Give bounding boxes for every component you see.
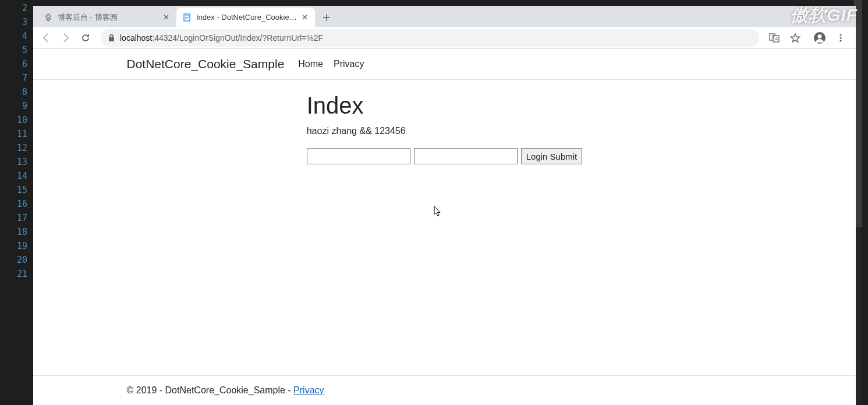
line-number: 10 xyxy=(0,113,33,127)
line-number: 19 xyxy=(0,239,33,253)
page-title: Index xyxy=(307,93,583,119)
line-number: 7 xyxy=(0,71,33,85)
editor-gutter: 2 3 4 5 6 7 8 9 10 11 12 13 14 15 16 17 … xyxy=(0,0,33,405)
site-navbar: DotNetCore_Cookie_Sample Home Privacy xyxy=(33,49,856,80)
line-number: 15 xyxy=(0,183,33,197)
lock-icon xyxy=(108,34,115,42)
line-number: 13 xyxy=(0,155,33,169)
footer-copyright: © 2019 - DotNetCore_Cookie_Sample - xyxy=(127,385,294,395)
menu-icon[interactable] xyxy=(832,30,849,46)
line-number: 18 xyxy=(0,225,33,239)
forward-button[interactable] xyxy=(58,30,74,46)
line-number: 12 xyxy=(0,141,33,155)
line-number: 9 xyxy=(0,99,33,113)
svg-point-13 xyxy=(839,40,841,41)
password-input[interactable] xyxy=(414,148,518,164)
line-number: 3 xyxy=(0,15,33,29)
line-number: 2 xyxy=(0,1,33,15)
tab-favicon-icon xyxy=(182,13,192,22)
url-host: localhost xyxy=(120,33,152,43)
line-number: 8 xyxy=(0,85,33,99)
profile-icon[interactable] xyxy=(812,30,828,46)
address-bar[interactable]: localhost:44324/LoginOrSignOut/Index/?Re… xyxy=(101,29,759,47)
line-number: 5 xyxy=(0,43,33,57)
nav-link-privacy[interactable]: Privacy xyxy=(334,59,364,69)
line-number: 21 xyxy=(0,267,33,281)
login-submit-button[interactable]: Login Submit xyxy=(521,148,583,164)
line-number: 20 xyxy=(0,253,33,267)
tab-strip: 博客后台 - 博客园 Index - DotNetCore_Cookie_S..… xyxy=(33,6,856,27)
close-icon[interactable] xyxy=(161,13,171,22)
main-body: Index haozi zhang && 123456 Login Submit xyxy=(299,80,591,164)
footer-privacy-link[interactable]: Privacy xyxy=(293,385,324,395)
page-content: DotNetCore_Cookie_Sample Home Privacy In… xyxy=(33,49,856,405)
tab-inactive[interactable]: 博客后台 - 博客园 xyxy=(38,8,176,27)
reload-button[interactable] xyxy=(77,30,94,46)
svg-text:A: A xyxy=(775,37,778,41)
svg-point-11 xyxy=(839,34,841,36)
page-footer: © 2019 - DotNetCore_Cookie_Sample - Priv… xyxy=(33,375,856,405)
line-number: 17 xyxy=(0,211,33,225)
close-icon[interactable] xyxy=(300,13,309,22)
url-path: /LoginOrSignOut/Index/?ReturnUrl=%2F xyxy=(177,33,323,43)
back-button[interactable] xyxy=(38,30,54,46)
credentials-hint: haozi zhang && 123456 xyxy=(307,126,583,136)
login-form: Login Submit xyxy=(307,148,583,164)
tab-title: Index - DotNetCore_Cookie_S... xyxy=(196,13,300,22)
url-port: :44324 xyxy=(152,33,177,43)
tab-favicon-icon xyxy=(44,13,53,22)
svg-point-10 xyxy=(818,34,822,38)
tab-title: 博客后台 - 博客园 xyxy=(58,12,161,23)
line-number: 14 xyxy=(0,169,33,183)
line-number: 4 xyxy=(0,29,33,43)
tab-active[interactable]: Index - DotNetCore_Cookie_S... xyxy=(176,8,315,27)
browser-window: 博客后台 - 博客园 Index - DotNetCore_Cookie_S..… xyxy=(33,6,856,405)
username-input[interactable] xyxy=(307,148,410,164)
svg-point-12 xyxy=(839,37,841,38)
svg-rect-4 xyxy=(109,37,114,41)
new-tab-button[interactable] xyxy=(318,9,335,26)
browser-toolbar: localhost:44324/LoginOrSignOut/Index/?Re… xyxy=(33,27,856,49)
line-number: 11 xyxy=(0,127,33,141)
star-icon[interactable] xyxy=(787,30,803,46)
nav-link-home[interactable]: Home xyxy=(298,59,323,69)
line-number: 6 xyxy=(0,57,33,71)
line-number: 16 xyxy=(0,197,33,211)
translate-icon[interactable]: 文A xyxy=(766,30,782,46)
brand-title[interactable]: DotNetCore_Cookie_Sample xyxy=(127,57,285,71)
